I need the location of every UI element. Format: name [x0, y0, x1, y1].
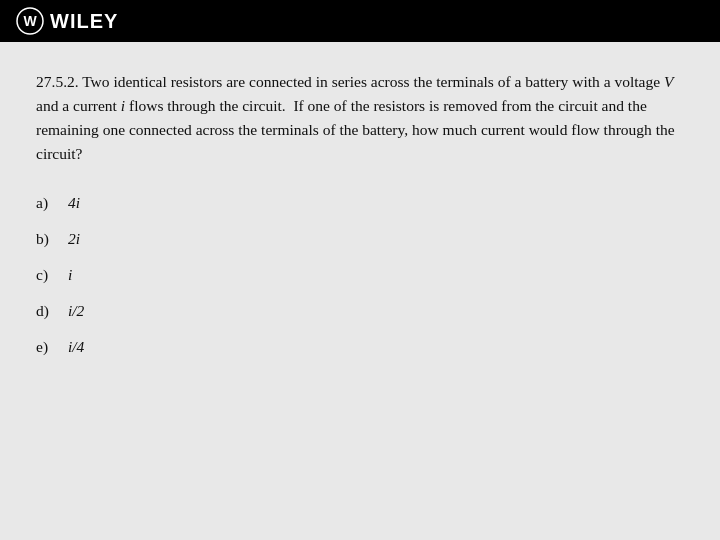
- option-b[interactable]: b) 2i: [36, 230, 684, 248]
- main-content: 27.5.2. Two identical resistors are conn…: [0, 42, 720, 540]
- option-a-label: a): [36, 194, 60, 212]
- option-d-value: i/2: [68, 302, 84, 320]
- option-b-value: 2i: [68, 230, 80, 248]
- option-d-label: d): [36, 302, 60, 320]
- option-e[interactable]: e) i/4: [36, 338, 684, 356]
- question-body: 27.5.2. Two identical resistors are conn…: [36, 70, 684, 166]
- option-a[interactable]: a) 4i: [36, 194, 684, 212]
- header-bar: W WILEY: [0, 0, 720, 42]
- wiley-logo-icon: W: [16, 7, 44, 35]
- wiley-logo: W WILEY: [16, 7, 118, 35]
- option-c[interactable]: c) i: [36, 266, 684, 284]
- option-a-value: 4i: [68, 194, 80, 212]
- option-c-value: i: [68, 266, 72, 284]
- option-e-value: i/4: [68, 338, 84, 356]
- wiley-label: WILEY: [50, 10, 118, 33]
- current-variable: i: [121, 97, 125, 114]
- option-b-label: b): [36, 230, 60, 248]
- answer-options: a) 4i b) 2i c) i d) i/2 e) i/4: [36, 194, 684, 356]
- app-container: W WILEY 27.5.2. Two identical resistors …: [0, 0, 720, 540]
- option-d[interactable]: d) i/2: [36, 302, 684, 320]
- option-c-label: c): [36, 266, 60, 284]
- svg-text:W: W: [23, 13, 37, 29]
- voltage-variable: V: [664, 73, 673, 90]
- option-e-label: e): [36, 338, 60, 356]
- question-number: 27.5.2.: [36, 73, 79, 90]
